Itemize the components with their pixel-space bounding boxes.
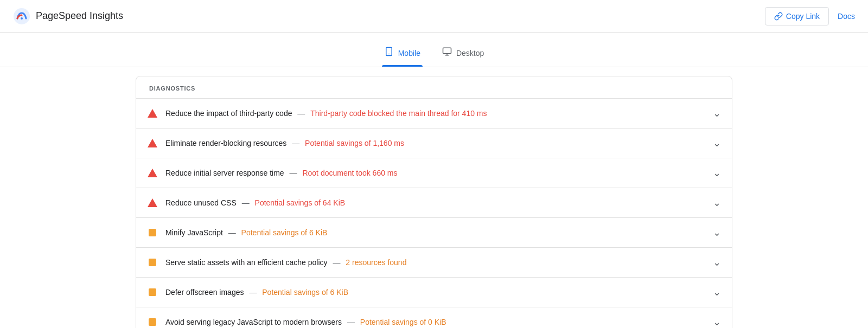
- warning-icon: [147, 227, 158, 238]
- item-label: Avoid serving legacy JavaScript to moder…: [165, 318, 342, 326]
- tabs-container: Mobile Desktop: [0, 33, 868, 67]
- chevron-icon: ⌄: [713, 137, 721, 149]
- item-detail: Potential savings of 0 KiB: [360, 318, 446, 326]
- mobile-icon: [384, 47, 394, 59]
- svg-rect-4: [443, 48, 451, 54]
- error-icon: [147, 138, 158, 149]
- copy-link-button[interactable]: Copy Link: [765, 7, 829, 25]
- item-text: Minify JavaScript — Potential savings of…: [165, 228, 709, 237]
- item-detail: Potential savings of 6 KiB: [262, 288, 348, 297]
- item-text: Eliminate render-blocking resources — Po…: [165, 139, 709, 147]
- separator: —: [333, 258, 342, 267]
- chevron-icon: ⌄: [713, 286, 721, 298]
- diagnostic-item[interactable]: Reduce initial server response time — Ro…: [136, 158, 732, 188]
- item-label: Reduce initial server response time: [165, 169, 284, 177]
- item-detail: Third-party code blocked the main thread…: [310, 109, 487, 118]
- separator: —: [228, 228, 238, 237]
- diagnostic-item[interactable]: Eliminate render-blocking resources — Po…: [136, 128, 732, 158]
- item-detail: 2 resources found: [346, 258, 406, 267]
- item-text: Reduce initial server response time — Ro…: [165, 169, 709, 177]
- item-label: Reduce the impact of third-party code: [165, 109, 292, 118]
- docs-link[interactable]: Docs: [838, 12, 855, 21]
- desktop-icon: [442, 47, 452, 59]
- diagnostics-section: DIAGNOSTICS Reduce the impact of third-p…: [136, 76, 732, 328]
- app-title: PageSpeed Insights: [36, 10, 123, 22]
- item-text: Serve static assets with an efficient ca…: [165, 258, 709, 267]
- svg-point-1: [21, 17, 23, 20]
- diagnostic-item[interactable]: Defer offscreen images — Potential savin…: [136, 277, 732, 307]
- item-text: Reduce the impact of third-party code — …: [165, 109, 709, 118]
- separator: —: [290, 169, 299, 177]
- warning-icon: [147, 257, 158, 268]
- copy-link-label: Copy Link: [786, 12, 820, 21]
- chevron-icon: ⌄: [713, 316, 721, 328]
- item-text: Avoid serving legacy JavaScript to moder…: [165, 318, 709, 326]
- header-right: Copy Link Docs: [765, 7, 855, 25]
- diagnostic-item[interactable]: Reduce unused CSS — Potential savings of…: [136, 188, 732, 217]
- item-detail: Potential savings of 64 KiB: [255, 198, 346, 207]
- svg-point-0: [14, 8, 30, 24]
- separator: —: [242, 198, 252, 207]
- item-label: Defer offscreen images: [165, 288, 244, 297]
- tab-desktop[interactable]: Desktop: [440, 41, 486, 67]
- separator: —: [347, 318, 357, 326]
- link-icon: [774, 12, 783, 21]
- header-left: PageSpeed Insights: [13, 8, 123, 25]
- item-text: Reduce unused CSS — Potential savings of…: [165, 198, 709, 207]
- main-content: DIAGNOSTICS Reduce the impact of third-p…: [136, 76, 732, 328]
- tab-mobile[interactable]: Mobile: [382, 41, 423, 67]
- error-icon: [147, 168, 158, 178]
- diagnostic-item[interactable]: Reduce the impact of third-party code — …: [136, 98, 732, 128]
- diagnostic-item[interactable]: Serve static assets with an efficient ca…: [136, 247, 732, 277]
- diagnostics-title: DIAGNOSTICS: [136, 76, 732, 98]
- desktop-tab-label: Desktop: [456, 49, 484, 57]
- diagnostic-item[interactable]: Minify JavaScript — Potential savings of…: [136, 217, 732, 247]
- chevron-icon: ⌄: [713, 167, 721, 179]
- item-text: Defer offscreen images — Potential savin…: [165, 288, 709, 297]
- pagespeed-logo: [13, 8, 30, 25]
- item-label: Reduce unused CSS: [165, 198, 237, 207]
- item-detail: Potential savings of 1,160 ms: [305, 139, 404, 147]
- item-detail: Potential savings of 6 KiB: [241, 228, 328, 237]
- item-label: Serve static assets with an efficient ca…: [165, 258, 328, 267]
- separator: —: [297, 109, 307, 118]
- chevron-icon: ⌄: [713, 107, 721, 119]
- mobile-tab-label: Mobile: [398, 49, 420, 57]
- chevron-icon: ⌄: [713, 227, 721, 239]
- item-detail: Root document took 660 ms: [302, 169, 397, 177]
- header: PageSpeed Insights Copy Link Docs: [0, 0, 868, 33]
- chevron-icon: ⌄: [713, 256, 721, 268]
- chevron-icon: ⌄: [713, 197, 721, 209]
- item-label: Minify JavaScript: [165, 228, 223, 237]
- warning-icon: [147, 287, 158, 298]
- diagnostic-item[interactable]: Avoid serving legacy JavaScript to moder…: [136, 307, 732, 328]
- separator: —: [249, 288, 259, 297]
- warning-icon: [147, 317, 158, 327]
- separator: —: [292, 139, 302, 147]
- error-icon: [147, 197, 158, 208]
- item-label: Eliminate render-blocking resources: [165, 139, 286, 147]
- error-icon: [147, 108, 158, 119]
